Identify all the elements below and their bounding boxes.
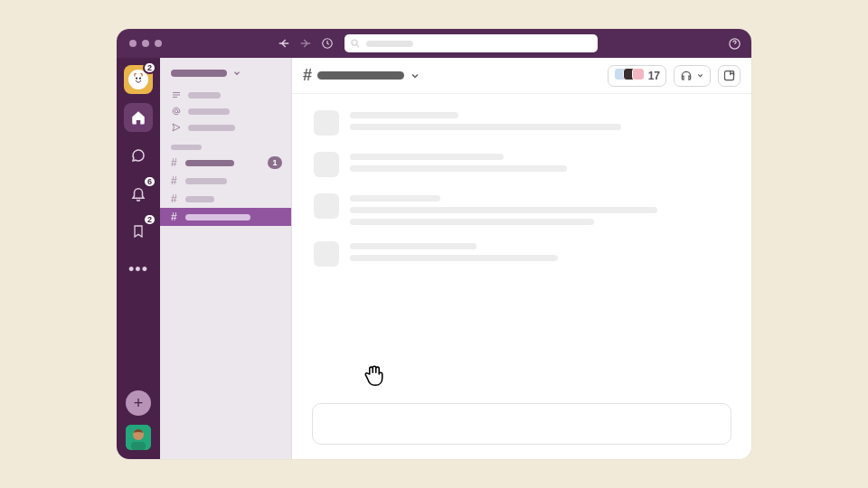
activity-badge: 6 bbox=[143, 175, 156, 188]
member-avatar bbox=[632, 68, 645, 80]
message[interactable] bbox=[314, 110, 730, 136]
svg-point-4 bbox=[136, 78, 137, 80]
channel-sidebar: # 1# # # bbox=[160, 58, 292, 459]
channel-item[interactable]: # bbox=[160, 190, 291, 208]
svg-point-5 bbox=[139, 78, 141, 80]
message-list[interactable] bbox=[292, 94, 751, 398]
dms-tab[interactable] bbox=[124, 141, 153, 170]
channels-section-label[interactable] bbox=[171, 145, 202, 150]
channel-header: # 17 bbox=[292, 58, 751, 94]
activity-tab[interactable]: 6 bbox=[124, 179, 153, 208]
back-button[interactable] bbox=[276, 35, 292, 52]
headphones-icon bbox=[680, 70, 693, 82]
workspace-menu[interactable] bbox=[160, 65, 291, 87]
later-tab[interactable]: 2 bbox=[124, 217, 153, 246]
channel-item[interactable]: # bbox=[160, 172, 291, 190]
home-tab[interactable] bbox=[124, 103, 153, 132]
history-button[interactable] bbox=[319, 35, 335, 52]
svg-rect-8 bbox=[131, 442, 146, 450]
channel-item[interactable]: # bbox=[160, 208, 291, 226]
huddle-button[interactable] bbox=[674, 65, 711, 87]
close-dot[interactable] bbox=[129, 40, 137, 47]
hash-icon: # bbox=[171, 156, 180, 169]
workspace-switcher[interactable]: 2 bbox=[124, 65, 153, 94]
chevron-down-icon bbox=[232, 69, 241, 78]
sidebar-item-drafts[interactable] bbox=[160, 119, 291, 136]
later-badge: 2 bbox=[143, 213, 156, 226]
message[interactable] bbox=[314, 241, 730, 267]
svg-rect-10 bbox=[725, 71, 734, 80]
canvas-icon bbox=[722, 69, 736, 82]
hash-icon: # bbox=[171, 192, 180, 205]
chevron-down-icon bbox=[696, 71, 704, 80]
zoom-dot[interactable] bbox=[155, 40, 162, 47]
channel-item[interactable]: # 1 bbox=[160, 154, 291, 172]
unread-badge: 1 bbox=[268, 156, 282, 169]
svg-point-1 bbox=[352, 40, 357, 45]
message[interactable] bbox=[314, 152, 730, 177]
sidebar-item-threads[interactable] bbox=[160, 87, 291, 103]
more-tab[interactable]: ••• bbox=[124, 255, 153, 284]
sidebar-item-mentions[interactable] bbox=[160, 103, 291, 119]
message[interactable] bbox=[314, 193, 730, 225]
message-avatar bbox=[314, 110, 339, 136]
minimize-dot[interactable] bbox=[142, 40, 149, 47]
channel-name-button[interactable]: # bbox=[303, 66, 420, 85]
message-avatar bbox=[314, 152, 339, 177]
send-icon bbox=[171, 122, 182, 133]
canvas-button[interactable] bbox=[718, 65, 741, 87]
user-avatar[interactable] bbox=[126, 425, 151, 450]
forward-button[interactable] bbox=[297, 35, 314, 52]
member-count: 17 bbox=[648, 70, 660, 82]
hash-icon: # bbox=[171, 174, 180, 187]
titlebar bbox=[117, 29, 751, 58]
search-placeholder bbox=[366, 41, 413, 47]
ellipsis-icon: ••• bbox=[128, 260, 148, 279]
members-button[interactable]: 17 bbox=[608, 65, 666, 87]
chevron-down-icon bbox=[410, 70, 420, 81]
hash-icon: # bbox=[303, 66, 312, 85]
at-icon bbox=[171, 106, 182, 117]
workspace-badge: 2 bbox=[143, 61, 156, 74]
message-composer[interactable] bbox=[312, 403, 731, 445]
nav-rail: 2 6 2 ••• + bbox=[117, 58, 160, 459]
message-avatar bbox=[314, 193, 339, 219]
search-input[interactable] bbox=[344, 34, 598, 52]
workspace-name bbox=[171, 70, 227, 77]
window-controls[interactable] bbox=[129, 40, 162, 47]
main-pane: # 17 bbox=[292, 58, 751, 459]
threads-icon bbox=[171, 89, 182, 100]
create-button[interactable]: + bbox=[126, 390, 151, 416]
help-button[interactable] bbox=[726, 35, 742, 52]
svg-point-9 bbox=[175, 109, 178, 113]
hash-icon: # bbox=[171, 211, 180, 223]
app-window: 2 6 2 ••• + bbox=[117, 29, 751, 459]
message-avatar bbox=[314, 241, 339, 267]
